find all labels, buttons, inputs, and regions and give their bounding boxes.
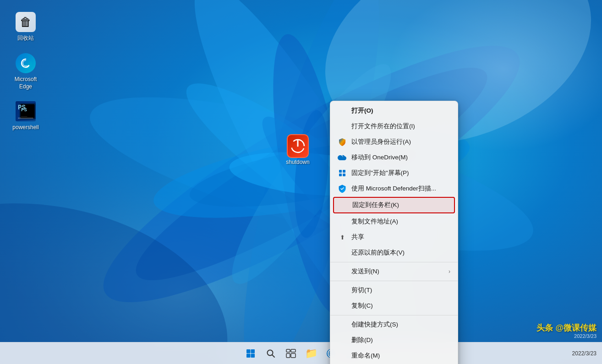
menu-item-rename-label: 重命名(M): [351, 352, 450, 360]
menu-item-onedrive[interactable]: 移动到 OneDrive(M): [330, 150, 458, 165]
menu-item-copy-label: 复制(C): [351, 302, 450, 310]
pin-start-icon: [338, 168, 347, 178]
svg-point-16: [0, 176, 246, 364]
menu-item-delete[interactable]: 删除(D): [330, 332, 458, 348]
menu-item-restore-label: 还原以前的版本(V): [351, 249, 450, 257]
menu-item-open[interactable]: 打开(O): [330, 103, 458, 119]
menu-item-cut-label: 剪切(T): [351, 286, 450, 294]
svg-rect-30: [251, 349, 255, 353]
menu-item-create-shortcut-label: 创建快捷方式(S): [351, 321, 450, 329]
copy-icon: [338, 301, 347, 310]
taskbar-start-button[interactable]: [241, 344, 260, 363]
menu-item-copy[interactable]: 复制(C): [330, 298, 458, 314]
submenu-arrow-icon: ›: [449, 268, 450, 275]
menu-item-delete-label: 删除(D): [351, 336, 450, 344]
svg-line-34: [272, 355, 274, 357]
svg-point-3: [77, 66, 546, 282]
separator-1: [330, 262, 458, 262]
shortcut-icon: [338, 320, 347, 329]
svg-rect-37: [286, 353, 290, 358]
taskbar-right-area: 2022/3/23: [572, 350, 597, 357]
taskbar-date: 2022/3/23: [572, 350, 597, 357]
taskbar-taskview-button[interactable]: [282, 344, 300, 363]
taskbar-explorer-button[interactable]: 📁: [302, 344, 320, 363]
open-location-icon: [338, 122, 347, 131]
task-view-icon: [286, 349, 296, 358]
menu-item-copy-path-label: 复制文件地址(A): [351, 217, 450, 226]
svg-rect-26: [343, 170, 345, 173]
recycle-bin-icon: 🗑: [15, 11, 37, 33]
menu-item-pin-start[interactable]: 固定到"开始"屏幕(P): [330, 165, 458, 181]
menu-item-pin-start-label: 固定到"开始"屏幕(P): [351, 169, 450, 177]
menu-item-share-label: 共享: [351, 233, 450, 241]
powershell-icon: PS ___: [15, 100, 37, 122]
menu-item-defender[interactable]: 使用 Microsoft Defender扫描...: [330, 181, 458, 196]
desktop: 🗑 回收站 Microsoft: [0, 0, 602, 364]
send-to-icon: [338, 267, 347, 276]
windows-logo-icon: [246, 349, 255, 358]
svg-rect-0: [0, 0, 602, 364]
taskbar-search-button[interactable]: [262, 344, 280, 363]
watermark: 头条 @微课传媒 2022/3/23: [536, 322, 597, 339]
svg-rect-29: [246, 349, 251, 353]
menu-item-rename[interactable]: 重命名(M): [330, 348, 458, 364]
onedrive-icon: [338, 153, 347, 162]
desktop-icon-powershell[interactable]: PS ___ powershell: [7, 98, 44, 133]
restore-icon: [338, 248, 347, 257]
desktop-icon-edge[interactable]: Microsoft Edge: [7, 50, 44, 92]
svg-point-2: [78, 7, 546, 341]
menu-item-onedrive-label: 移动到 OneDrive(M): [351, 153, 450, 162]
taskbar: 📁 🛍 2022/3/23: [0, 342, 602, 364]
menu-item-create-shortcut[interactable]: 创建快捷方式(S): [330, 317, 458, 332]
edge-icon: [15, 52, 37, 74]
menu-item-restore[interactable]: 还原以前的版本(V): [330, 245, 458, 261]
context-menu: 打开(O) 打开文件所在的位置(I): [330, 101, 458, 364]
cut-icon: [338, 286, 347, 295]
menu-item-send-to[interactable]: 发送到(N) ›: [330, 264, 458, 279]
menu-item-open-label: 打开(O): [351, 107, 450, 115]
svg-point-14: [290, 109, 333, 239]
svg-rect-38: [291, 353, 296, 358]
rename-icon: [338, 351, 347, 360]
menu-item-pin-taskbar[interactable]: 固定到任务栏(K): [333, 197, 455, 213]
menu-item-send-to-label: 发送到(N): [351, 267, 449, 276]
shutdown-icon: [287, 135, 309, 157]
delete-icon: [338, 336, 347, 345]
menu-item-open-location[interactable]: 打开文件所在的位置(I): [330, 119, 458, 134]
defender-icon: [338, 184, 347, 193]
menu-item-defender-label: 使用 Microsoft Defender扫描...: [351, 185, 450, 193]
menu-item-admin-label: 以管理员身份运行(A): [351, 138, 450, 146]
svg-rect-25: [339, 170, 342, 173]
pin-taskbar-icon: [339, 201, 348, 210]
search-icon: [266, 349, 275, 358]
menu-item-share[interactable]: ⬆ 共享: [330, 229, 458, 245]
admin-shield-icon: [338, 137, 347, 147]
desktop-icon-recycle-bin[interactable]: 🗑 回收站: [7, 9, 44, 44]
menu-item-cut[interactable]: 剪切(T): [330, 283, 458, 298]
powershell-label: powershell: [12, 124, 38, 131]
desktop-icon-shutdown[interactable]: shutdown: [279, 135, 316, 166]
open-icon: [338, 106, 347, 115]
folder-icon: 📁: [305, 348, 317, 359]
share-icon: ⬆: [338, 233, 347, 242]
recycle-bin-label: 回收站: [17, 35, 34, 42]
menu-item-run-as-admin[interactable]: 以管理员身份运行(A): [330, 134, 458, 150]
svg-rect-35: [286, 349, 290, 352]
shutdown-label: shutdown: [286, 159, 309, 166]
separator-3: [330, 315, 458, 315]
copy-path-icon: [338, 217, 347, 226]
svg-text:___: ___: [21, 114, 27, 117]
menu-item-open-location-label: 打开文件所在的位置(I): [351, 122, 450, 130]
svg-rect-32: [251, 353, 255, 358]
menu-item-pin-taskbar-label: 固定到任务栏(K): [352, 201, 449, 209]
edge-label: Microsoft Edge: [9, 76, 42, 90]
svg-rect-36: [291, 349, 296, 352]
watermark-text: 头条 @微课传媒: [536, 322, 597, 333]
svg-rect-28: [343, 174, 345, 176]
svg-rect-1: [0, 0, 602, 364]
menu-item-copy-path[interactable]: 复制文件地址(A): [330, 214, 458, 229]
watermark-date: 2022/3/23: [536, 333, 597, 339]
separator-2: [330, 281, 458, 281]
svg-text:PS: PS: [21, 107, 27, 113]
svg-rect-27: [339, 174, 342, 176]
